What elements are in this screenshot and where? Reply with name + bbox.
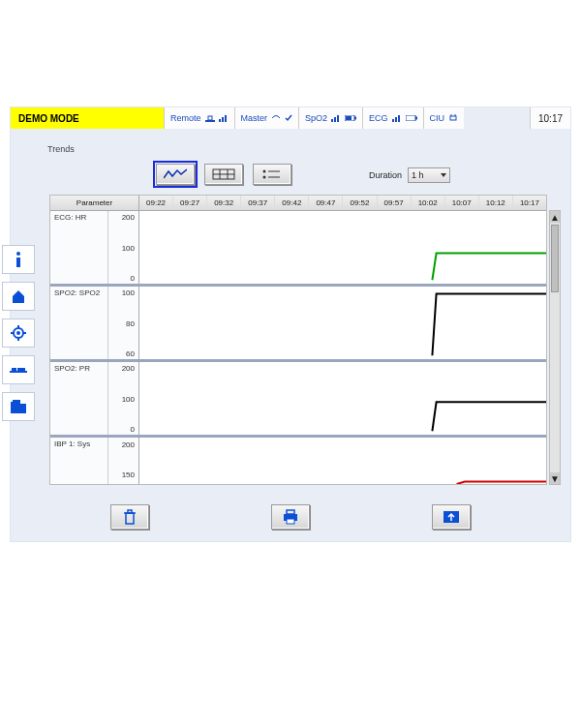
param-label: SPO2: SPO2 <box>50 287 108 359</box>
check-icon <box>285 114 292 122</box>
sidebar-bed-button[interactable] <box>2 355 35 384</box>
svg-rect-41 <box>128 510 132 513</box>
y-axis: 200 150 <box>108 438 139 484</box>
duration-label: Duration <box>369 170 402 180</box>
link-icon <box>271 114 281 122</box>
top-bar: DEMO MODE Remote Master SpO2 ECG CIU 10:… <box>11 107 570 129</box>
top-seg-label: Remote <box>170 113 201 123</box>
param-label: ECG: HR <box>50 211 108 284</box>
svg-rect-16 <box>450 116 456 120</box>
sidebar-settings-button[interactable] <box>2 318 35 348</box>
plot-area[interactable] <box>139 287 546 359</box>
param-label: SPO2: PR <box>50 362 108 435</box>
app-window: DEMO MODE Remote Master SpO2 ECG CIU 10:… <box>10 106 571 542</box>
top-seg-master[interactable]: Master <box>234 107 299 129</box>
trace-spo2 <box>139 287 546 359</box>
time-col: 09:27 <box>173 196 207 210</box>
top-seg-label: Master <box>241 113 268 123</box>
view-mode-buttons <box>156 164 291 185</box>
chart-rows: ECG: HR 200 100 0 SPO2: SPO2 100 80 <box>50 211 546 484</box>
graph-view-button[interactable] <box>156 164 195 185</box>
svg-rect-11 <box>392 119 394 122</box>
time-col: 09:52 <box>343 196 377 210</box>
svg-rect-28 <box>16 258 20 267</box>
signal-icon <box>219 114 229 122</box>
time-col: 09:47 <box>309 196 343 210</box>
svg-rect-9 <box>354 117 356 120</box>
list-view-button[interactable] <box>253 164 291 185</box>
clock: 10:17 <box>530 107 570 129</box>
plot-area[interactable] <box>139 362 546 435</box>
svg-rect-39 <box>126 513 134 524</box>
duration-value: 1 h <box>412 170 424 180</box>
param-header: Parameter <box>50 196 139 210</box>
top-seg-label: ECG <box>369 113 388 123</box>
duration-dropdown[interactable]: 1 h <box>408 167 450 183</box>
print-button[interactable] <box>271 504 310 530</box>
info-icon <box>12 251 25 268</box>
gear-icon <box>11 325 26 341</box>
sidebar-info-button[interactable] <box>2 245 35 274</box>
table-icon <box>212 168 235 180</box>
signal-icon <box>392 114 402 122</box>
table-view-button[interactable] <box>204 164 243 185</box>
top-seg-label: SpO2 <box>305 113 327 123</box>
trend-chart-area: Parameter 09:22 09:27 09:32 09:37 09:42 … <box>49 195 547 485</box>
svg-rect-13 <box>398 115 400 122</box>
top-seg-remote[interactable]: Remote <box>164 107 234 129</box>
scroll-down-icon[interactable]: ▼ <box>550 472 560 484</box>
y-axis: 200 100 0 <box>108 362 139 435</box>
bottom-toolbar <box>11 504 570 530</box>
sidebar-home-button[interactable] <box>2 282 35 311</box>
time-col: 09:32 <box>207 196 241 210</box>
line-chart-icon <box>164 168 187 180</box>
chevron-down-icon <box>441 173 446 177</box>
trash-icon <box>123 509 137 525</box>
svg-rect-5 <box>331 119 333 122</box>
svg-rect-7 <box>337 115 339 122</box>
svg-point-27 <box>16 252 20 256</box>
svg-rect-2 <box>219 119 221 122</box>
sidebar <box>2 245 35 421</box>
time-col: 10:17 <box>513 196 546 210</box>
svg-rect-36 <box>12 368 16 371</box>
sidebar-folder-button[interactable] <box>2 392 35 421</box>
top-seg-ecg[interactable]: ECG <box>362 107 423 129</box>
export-button[interactable] <box>432 504 471 530</box>
top-seg-spo2[interactable]: SpO2 <box>298 107 362 129</box>
delete-button[interactable] <box>110 504 149 530</box>
vertical-scrollbar[interactable]: ▲ ▼ <box>549 210 561 485</box>
y-axis: 200 100 0 <box>108 211 139 284</box>
svg-point-25 <box>263 176 266 179</box>
print-icon <box>282 509 299 525</box>
battery-icon <box>406 115 417 121</box>
svg-rect-1 <box>208 116 212 120</box>
demo-mode-badge: DEMO MODE <box>11 107 164 129</box>
folder-icon <box>11 400 26 413</box>
svg-rect-10 <box>346 116 352 120</box>
plot-area[interactable] <box>139 211 546 284</box>
trace-ecg-hr <box>139 211 546 284</box>
top-seg-ciu[interactable]: CIU <box>423 107 465 129</box>
plot-area[interactable] <box>139 438 546 484</box>
svg-rect-37 <box>17 368 25 371</box>
svg-rect-4 <box>225 115 227 122</box>
time-col: 09:37 <box>241 196 275 210</box>
scroll-thumb[interactable] <box>551 225 559 292</box>
svg-rect-15 <box>415 117 417 120</box>
bed-icon <box>10 365 27 375</box>
trend-row-ibp1-sys: IBP 1: Sys 200 150 <box>50 438 546 484</box>
connection-icon <box>205 114 215 122</box>
scroll-up-icon[interactable]: ▲ <box>550 211 560 223</box>
trace-pr <box>139 362 546 435</box>
svg-rect-12 <box>395 117 397 122</box>
svg-rect-44 <box>287 519 294 524</box>
home-icon <box>11 288 26 304</box>
svg-rect-14 <box>406 115 415 121</box>
demo-mode-label: DEMO MODE <box>18 113 79 124</box>
time-col: 09:22 <box>139 196 173 210</box>
battery-icon <box>345 115 356 121</box>
time-col: 09:57 <box>378 196 412 210</box>
export-icon <box>443 510 460 524</box>
svg-rect-38 <box>13 400 20 404</box>
